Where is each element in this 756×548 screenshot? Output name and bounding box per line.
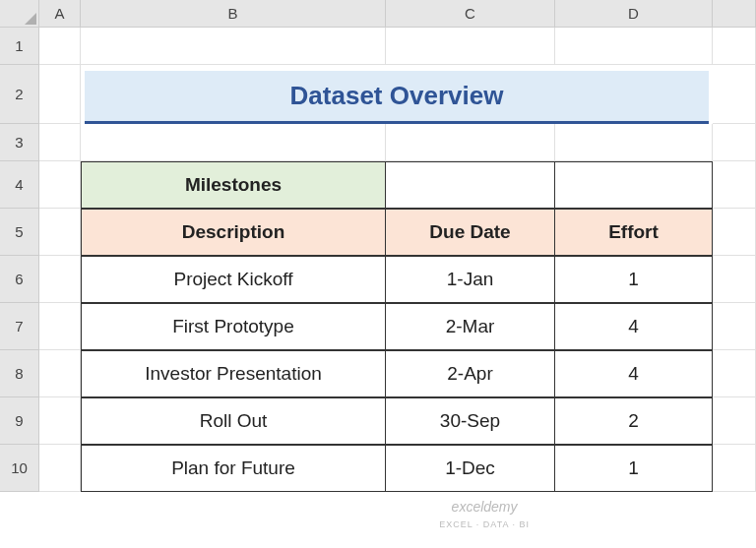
header-description[interactable]: Description bbox=[81, 209, 386, 256]
col-header-d[interactable]: D bbox=[555, 0, 713, 28]
col-header-blank[interactable] bbox=[713, 0, 756, 28]
table-row[interactable]: Project Kickoff bbox=[81, 256, 386, 303]
table-row[interactable]: 4 bbox=[555, 350, 713, 397]
cell-e10[interactable] bbox=[713, 445, 756, 492]
table-row[interactable]: 2-Apr bbox=[386, 350, 555, 397]
table-row[interactable]: Plan for Future bbox=[81, 445, 386, 492]
watermark-sub: EXCEL · DATA · BI bbox=[439, 519, 530, 529]
header-milestones[interactable]: Milestones bbox=[81, 161, 386, 209]
table-row[interactable]: 1 bbox=[555, 445, 713, 492]
cell-e6[interactable] bbox=[713, 256, 756, 303]
table-row[interactable]: 1 bbox=[555, 256, 713, 303]
cell-c3[interactable] bbox=[386, 124, 555, 161]
watermark: exceldemy EXCEL · DATA · BI bbox=[439, 500, 530, 530]
row-header-7[interactable]: 7 bbox=[0, 303, 39, 350]
cell-c1[interactable] bbox=[386, 28, 555, 65]
cell-a2[interactable] bbox=[39, 65, 81, 124]
table-row[interactable]: 2 bbox=[555, 397, 713, 445]
header-effort[interactable]: Effort bbox=[555, 209, 713, 256]
row-header-3[interactable]: 3 bbox=[0, 124, 39, 161]
cell-e3[interactable] bbox=[713, 124, 756, 161]
table-row[interactable]: 1-Jan bbox=[386, 256, 555, 303]
table-row[interactable]: Investor Presentation bbox=[81, 350, 386, 397]
cell-a3[interactable] bbox=[39, 124, 81, 161]
cell-a6[interactable] bbox=[39, 256, 81, 303]
col-header-b[interactable]: B bbox=[81, 0, 386, 28]
table-row[interactable]: 2-Mar bbox=[386, 303, 555, 350]
cell-a10[interactable] bbox=[39, 445, 81, 492]
spreadsheet-grid: A B C D 1 2 Dataset Overview 3 4 Milesto… bbox=[0, 0, 756, 492]
row-header-1[interactable]: 1 bbox=[0, 28, 39, 65]
row-header-5[interactable]: 5 bbox=[0, 209, 39, 256]
cell-a4[interactable] bbox=[39, 161, 81, 209]
cell-c4[interactable] bbox=[386, 161, 555, 209]
cell-e9[interactable] bbox=[713, 397, 756, 445]
row-header-4[interactable]: 4 bbox=[0, 161, 39, 209]
cell-d3[interactable] bbox=[555, 124, 713, 161]
cell-a7[interactable] bbox=[39, 303, 81, 350]
cell-e8[interactable] bbox=[713, 350, 756, 397]
row-header-8[interactable]: 8 bbox=[0, 350, 39, 397]
table-row[interactable]: 1-Dec bbox=[386, 445, 555, 492]
row-header-6[interactable]: 6 bbox=[0, 256, 39, 303]
cell-a9[interactable] bbox=[39, 397, 81, 445]
table-row[interactable]: Roll Out bbox=[81, 397, 386, 445]
cell-e2[interactable] bbox=[713, 65, 756, 124]
col-header-a[interactable]: A bbox=[39, 0, 81, 28]
cell-e1[interactable] bbox=[713, 28, 756, 65]
cell-d4[interactable] bbox=[555, 161, 713, 209]
cell-a1[interactable] bbox=[39, 28, 81, 65]
select-all-corner[interactable] bbox=[0, 0, 39, 28]
cell-a5[interactable] bbox=[39, 209, 81, 256]
watermark-main: exceldemy bbox=[452, 499, 518, 515]
cell-e4[interactable] bbox=[713, 161, 756, 209]
cell-b1[interactable] bbox=[81, 28, 386, 65]
row-header-10[interactable]: 10 bbox=[0, 445, 39, 492]
table-row[interactable]: 4 bbox=[555, 303, 713, 350]
table-row[interactable]: 30-Sep bbox=[386, 397, 555, 445]
cell-e5[interactable] bbox=[713, 209, 756, 256]
table-row[interactable]: First Prototype bbox=[81, 303, 386, 350]
cell-b3[interactable] bbox=[81, 124, 386, 161]
cell-e7[interactable] bbox=[713, 303, 756, 350]
row-header-2[interactable]: 2 bbox=[0, 65, 39, 124]
cell-a8[interactable] bbox=[39, 350, 81, 397]
col-header-c[interactable]: C bbox=[386, 0, 555, 28]
cell-d1[interactable] bbox=[555, 28, 713, 65]
page-title[interactable]: Dataset Overview bbox=[85, 71, 709, 124]
row-header-9[interactable]: 9 bbox=[0, 397, 39, 445]
header-due-date[interactable]: Due Date bbox=[386, 209, 555, 256]
